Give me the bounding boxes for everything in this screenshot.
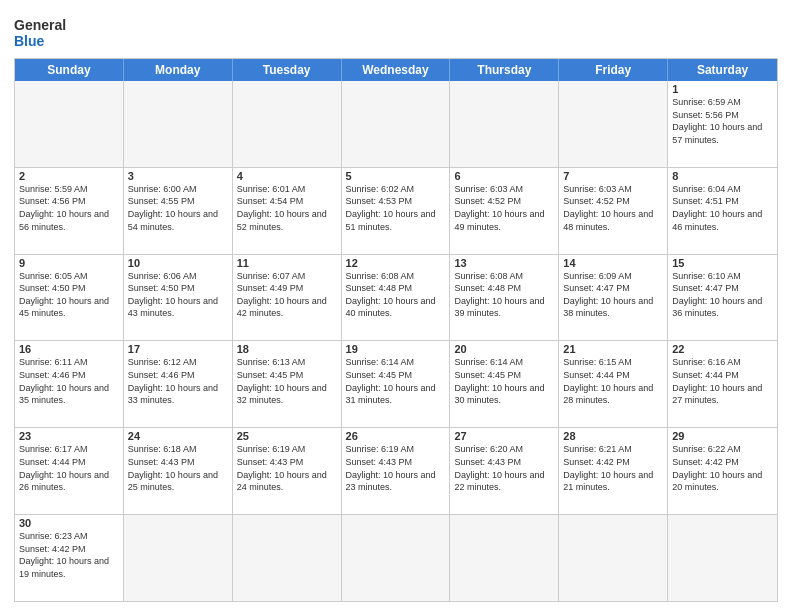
week-row: 30Sunrise: 6:23 AM Sunset: 4:42 PM Dayli…	[15, 515, 777, 601]
day-number: 28	[563, 430, 663, 442]
day-number: 19	[346, 343, 446, 355]
day-cell: 2Sunrise: 5:59 AM Sunset: 4:56 PM Daylig…	[15, 168, 124, 254]
day-cell: 24Sunrise: 6:18 AM Sunset: 4:43 PM Dayli…	[124, 428, 233, 514]
day-number: 29	[672, 430, 773, 442]
day-info: Sunrise: 6:06 AM Sunset: 4:50 PM Dayligh…	[128, 270, 228, 320]
day-info: Sunrise: 6:08 AM Sunset: 4:48 PM Dayligh…	[454, 270, 554, 320]
day-info: Sunrise: 6:11 AM Sunset: 4:46 PM Dayligh…	[19, 356, 119, 406]
day-number: 23	[19, 430, 119, 442]
day-info: Sunrise: 6:08 AM Sunset: 4:48 PM Dayligh…	[346, 270, 446, 320]
day-number: 16	[19, 343, 119, 355]
day-cell: 12Sunrise: 6:08 AM Sunset: 4:48 PM Dayli…	[342, 255, 451, 341]
day-number: 7	[563, 170, 663, 182]
day-number: 26	[346, 430, 446, 442]
day-number: 4	[237, 170, 337, 182]
day-number: 8	[672, 170, 773, 182]
day-cell: 28Sunrise: 6:21 AM Sunset: 4:42 PM Dayli…	[559, 428, 668, 514]
day-number: 1	[672, 83, 773, 95]
day-cell: 7Sunrise: 6:03 AM Sunset: 4:52 PM Daylig…	[559, 168, 668, 254]
day-info: Sunrise: 6:00 AM Sunset: 4:55 PM Dayligh…	[128, 183, 228, 233]
day-info: Sunrise: 6:17 AM Sunset: 4:44 PM Dayligh…	[19, 443, 119, 493]
day-info: Sunrise: 6:20 AM Sunset: 4:43 PM Dayligh…	[454, 443, 554, 493]
day-info: Sunrise: 6:19 AM Sunset: 4:43 PM Dayligh…	[237, 443, 337, 493]
day-info: Sunrise: 6:14 AM Sunset: 4:45 PM Dayligh…	[346, 356, 446, 406]
day-cell: 3Sunrise: 6:00 AM Sunset: 4:55 PM Daylig…	[124, 168, 233, 254]
day-cell: 14Sunrise: 6:09 AM Sunset: 4:47 PM Dayli…	[559, 255, 668, 341]
day-cell: 27Sunrise: 6:20 AM Sunset: 4:43 PM Dayli…	[450, 428, 559, 514]
day-header-tuesday: Tuesday	[233, 59, 342, 81]
day-cell: 21Sunrise: 6:15 AM Sunset: 4:44 PM Dayli…	[559, 341, 668, 427]
day-cell: 18Sunrise: 6:13 AM Sunset: 4:45 PM Dayli…	[233, 341, 342, 427]
day-number: 6	[454, 170, 554, 182]
day-number: 30	[19, 517, 119, 529]
day-info: Sunrise: 6:59 AM Sunset: 5:56 PM Dayligh…	[672, 96, 773, 146]
day-info: Sunrise: 6:13 AM Sunset: 4:45 PM Dayligh…	[237, 356, 337, 406]
day-info: Sunrise: 6:01 AM Sunset: 4:54 PM Dayligh…	[237, 183, 337, 233]
day-info: Sunrise: 6:04 AM Sunset: 4:51 PM Dayligh…	[672, 183, 773, 233]
day-cell: 19Sunrise: 6:14 AM Sunset: 4:45 PM Dayli…	[342, 341, 451, 427]
day-number: 3	[128, 170, 228, 182]
calendar-body: 1Sunrise: 6:59 AM Sunset: 5:56 PM Daylig…	[15, 81, 777, 601]
day-cell: 26Sunrise: 6:19 AM Sunset: 4:43 PM Dayli…	[342, 428, 451, 514]
day-number: 18	[237, 343, 337, 355]
day-cell: 15Sunrise: 6:10 AM Sunset: 4:47 PM Dayli…	[668, 255, 777, 341]
day-cell: 5Sunrise: 6:02 AM Sunset: 4:53 PM Daylig…	[342, 168, 451, 254]
page-header: General Blue	[14, 10, 778, 52]
day-info: Sunrise: 6:03 AM Sunset: 4:52 PM Dayligh…	[563, 183, 663, 233]
day-cell: 20Sunrise: 6:14 AM Sunset: 4:45 PM Dayli…	[450, 341, 559, 427]
day-cell	[450, 515, 559, 601]
day-info: Sunrise: 6:23 AM Sunset: 4:42 PM Dayligh…	[19, 530, 119, 580]
day-cell: 23Sunrise: 6:17 AM Sunset: 4:44 PM Dayli…	[15, 428, 124, 514]
week-row: 2Sunrise: 5:59 AM Sunset: 4:56 PM Daylig…	[15, 168, 777, 255]
day-cell: 1Sunrise: 6:59 AM Sunset: 5:56 PM Daylig…	[668, 81, 777, 167]
day-cell	[233, 515, 342, 601]
day-cell	[124, 81, 233, 167]
day-number: 22	[672, 343, 773, 355]
week-row: 1Sunrise: 6:59 AM Sunset: 5:56 PM Daylig…	[15, 81, 777, 168]
day-cell	[233, 81, 342, 167]
day-cell: 30Sunrise: 6:23 AM Sunset: 4:42 PM Dayli…	[15, 515, 124, 601]
day-header-monday: Monday	[124, 59, 233, 81]
day-cell	[668, 515, 777, 601]
svg-text:Blue: Blue	[14, 33, 45, 49]
day-number: 9	[19, 257, 119, 269]
day-header-wednesday: Wednesday	[342, 59, 451, 81]
day-cell: 4Sunrise: 6:01 AM Sunset: 4:54 PM Daylig…	[233, 168, 342, 254]
day-number: 17	[128, 343, 228, 355]
day-cell: 13Sunrise: 6:08 AM Sunset: 4:48 PM Dayli…	[450, 255, 559, 341]
day-number: 21	[563, 343, 663, 355]
generalblue-logo: General Blue	[14, 14, 66, 52]
day-number: 10	[128, 257, 228, 269]
day-cell	[124, 515, 233, 601]
svg-text:General: General	[14, 17, 66, 33]
day-header-saturday: Saturday	[668, 59, 777, 81]
day-header-friday: Friday	[559, 59, 668, 81]
day-header-sunday: Sunday	[15, 59, 124, 81]
day-info: Sunrise: 6:15 AM Sunset: 4:44 PM Dayligh…	[563, 356, 663, 406]
day-headers: SundayMondayTuesdayWednesdayThursdayFrid…	[15, 59, 777, 81]
day-cell: 11Sunrise: 6:07 AM Sunset: 4:49 PM Dayli…	[233, 255, 342, 341]
day-info: Sunrise: 5:59 AM Sunset: 4:56 PM Dayligh…	[19, 183, 119, 233]
week-row: 9Sunrise: 6:05 AM Sunset: 4:50 PM Daylig…	[15, 255, 777, 342]
day-cell: 17Sunrise: 6:12 AM Sunset: 4:46 PM Dayli…	[124, 341, 233, 427]
day-cell: 8Sunrise: 6:04 AM Sunset: 4:51 PM Daylig…	[668, 168, 777, 254]
day-info: Sunrise: 6:22 AM Sunset: 4:42 PM Dayligh…	[672, 443, 773, 493]
day-header-thursday: Thursday	[450, 59, 559, 81]
day-info: Sunrise: 6:05 AM Sunset: 4:50 PM Dayligh…	[19, 270, 119, 320]
day-cell	[559, 515, 668, 601]
day-number: 11	[237, 257, 337, 269]
day-info: Sunrise: 6:03 AM Sunset: 4:52 PM Dayligh…	[454, 183, 554, 233]
day-cell: 10Sunrise: 6:06 AM Sunset: 4:50 PM Dayli…	[124, 255, 233, 341]
day-cell: 6Sunrise: 6:03 AM Sunset: 4:52 PM Daylig…	[450, 168, 559, 254]
day-number: 25	[237, 430, 337, 442]
day-cell	[450, 81, 559, 167]
day-number: 2	[19, 170, 119, 182]
day-info: Sunrise: 6:02 AM Sunset: 4:53 PM Dayligh…	[346, 183, 446, 233]
day-info: Sunrise: 6:14 AM Sunset: 4:45 PM Dayligh…	[454, 356, 554, 406]
day-info: Sunrise: 6:16 AM Sunset: 4:44 PM Dayligh…	[672, 356, 773, 406]
day-number: 27	[454, 430, 554, 442]
day-info: Sunrise: 6:21 AM Sunset: 4:42 PM Dayligh…	[563, 443, 663, 493]
day-number: 15	[672, 257, 773, 269]
day-cell: 22Sunrise: 6:16 AM Sunset: 4:44 PM Dayli…	[668, 341, 777, 427]
day-cell	[15, 81, 124, 167]
